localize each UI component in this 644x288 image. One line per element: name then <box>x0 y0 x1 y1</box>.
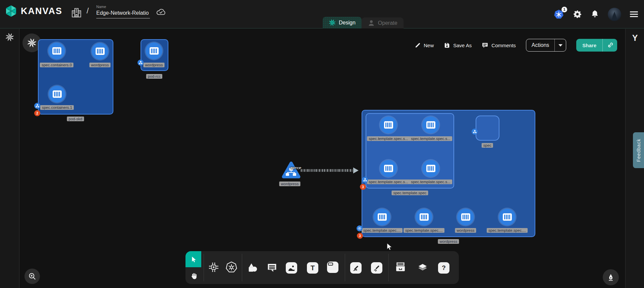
save-as-button[interactable]: Save As <box>444 42 472 49</box>
pod-relationship-badge[interactable] <box>34 103 40 109</box>
new-button[interactable]: New <box>415 42 434 48</box>
actions-dropdown-toggle[interactable] <box>554 39 566 52</box>
pod-relationship-badge[interactable] <box>138 60 144 66</box>
kubernetes-tool[interactable] <box>225 261 237 273</box>
save-as-label: Save As <box>453 43 472 48</box>
network-icon <box>363 178 367 182</box>
copy-link-button[interactable] <box>602 39 617 52</box>
zoom-in-magnifier-icon <box>28 272 37 281</box>
menu-hamburger-icon[interactable] <box>630 10 638 18</box>
share-label[interactable]: Share <box>576 43 602 48</box>
archive-tool[interactable] <box>394 261 407 273</box>
layers-icon <box>417 261 429 273</box>
note-tool[interactable] <box>327 262 338 273</box>
freehand-pen-button[interactable] <box>603 269 619 285</box>
share-split-button[interactable]: Share <box>576 39 617 52</box>
container-icon <box>461 213 470 221</box>
notifications-bell-icon[interactable] <box>591 10 599 19</box>
node-container[interactable] <box>380 117 397 133</box>
actions-label[interactable]: Actions <box>526 42 554 48</box>
logo-text: KANVAS <box>21 6 62 16</box>
feedback-tab[interactable]: Feedback <box>633 132 644 168</box>
comments-button[interactable]: Comments <box>482 42 516 49</box>
node-container[interactable] <box>49 86 65 102</box>
node-container[interactable] <box>374 209 390 225</box>
node-container[interactable] <box>416 209 432 225</box>
node-label: spec.template.spec.s... <box>409 136 452 141</box>
node-label: wordpress <box>455 228 476 233</box>
node-spec[interactable] <box>476 116 499 141</box>
container-icon <box>426 165 435 172</box>
tab-design[interactable]: Design <box>323 17 362 28</box>
node-container[interactable] <box>422 117 439 133</box>
node-container[interactable] <box>422 160 439 177</box>
kubernetes-context-icon[interactable]: 1 <box>553 9 564 20</box>
toolbar-divider <box>388 254 389 281</box>
actions-split-button[interactable]: Actions <box>526 39 566 52</box>
pan-tool[interactable] <box>185 267 201 284</box>
node-container[interactable] <box>48 43 65 59</box>
text-tool[interactable]: T <box>307 262 318 274</box>
node-container[interactable] <box>380 160 397 177</box>
edge-service-to-deployment[interactable] <box>301 169 354 172</box>
node-container[interactable] <box>92 43 108 60</box>
organization-building-icon[interactable] <box>70 7 83 19</box>
kubernetes-helm-icon <box>225 261 237 273</box>
tab-operate[interactable]: Operate <box>362 17 404 28</box>
name-field-label: Name <box>96 5 150 9</box>
node-label: spec.template.spec.... <box>362 228 402 233</box>
swirl-icon <box>358 226 362 230</box>
group-label: spec.template.spec <box>391 191 428 195</box>
container-icon <box>52 47 61 55</box>
draw-freehand-tool[interactable] <box>371 262 382 274</box>
pod-relationship-badge[interactable] <box>362 177 368 183</box>
layers-y-logo[interactable]: Y <box>626 33 644 43</box>
node-container[interactable] <box>146 43 162 59</box>
comment-annotation-tool[interactable] <box>267 263 277 273</box>
name-field-value[interactable]: Edge-Network-Relatio <box>96 10 150 18</box>
error-count-badge[interactable]: 2 <box>34 110 40 116</box>
container-icon <box>150 47 159 55</box>
feedback-label: Feedback <box>636 139 641 162</box>
comment-icon <box>267 263 277 273</box>
node-container[interactable] <box>457 209 474 225</box>
group-label: pod-rcc <box>146 74 162 79</box>
error-count-badge[interactable]: 3 <box>357 233 363 239</box>
components-tool[interactable] <box>208 261 220 273</box>
pen-nib-icon <box>607 273 615 281</box>
toolbar-divider <box>345 254 345 281</box>
meshery-spiral-icon[interactable] <box>5 33 14 42</box>
draw-line-tool[interactable] <box>350 262 362 274</box>
settings-gear-icon[interactable] <box>573 10 582 19</box>
design-name-field[interactable]: Name Edge-Network-Relatio <box>96 5 150 18</box>
group-spec-template-spec[interactable] <box>366 113 454 189</box>
node-label: wordpress <box>279 182 300 186</box>
container-icon <box>420 213 429 221</box>
node-label: spec.containers.0 <box>40 63 73 67</box>
pod-relationship-badge[interactable] <box>472 129 478 135</box>
node-label: spec.template.spec.s... <box>367 179 410 184</box>
breadcrumb-separator: / <box>87 6 89 15</box>
layers-tool[interactable] <box>417 261 429 273</box>
floppy-save-icon <box>444 42 450 49</box>
container-icon <box>426 121 435 129</box>
container-icon <box>96 48 105 55</box>
zoom-search-button[interactable] <box>24 269 40 284</box>
mouse-cursor <box>385 242 393 251</box>
edge-arrowhead <box>353 167 359 173</box>
header-right-icons: 1 <box>553 0 638 28</box>
kanvas-logo[interactable]: KANVAS <box>5 5 62 17</box>
context-count-badge: 1 <box>561 7 567 12</box>
image-tool[interactable] <box>286 262 297 274</box>
shapes-tool[interactable] <box>247 262 258 274</box>
hexagon-logo-icon <box>5 5 17 17</box>
deployment-relationship-badge[interactable] <box>357 225 363 231</box>
user-avatar[interactable] <box>608 8 621 21</box>
node-container[interactable] <box>499 209 516 225</box>
circuit-chip-icon <box>208 261 220 273</box>
help-tool[interactable]: ? <box>438 262 449 274</box>
node-service-triangle[interactable] <box>282 161 301 179</box>
pencil-scribble-icon <box>371 262 382 274</box>
error-count-badge[interactable]: 3 <box>360 184 366 190</box>
select-tool[interactable] <box>185 251 201 267</box>
